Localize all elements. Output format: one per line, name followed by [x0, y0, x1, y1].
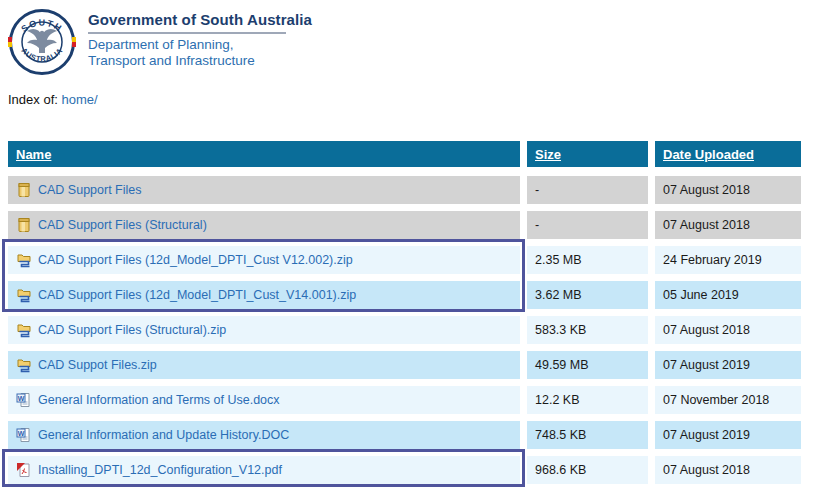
folder-icon: [16, 217, 32, 233]
file-link[interactable]: CAD Support Files (Structural).zip: [38, 323, 226, 337]
date-uploaded-cell: 07 August 2018: [655, 176, 801, 204]
column-header-size[interactable]: Size: [527, 141, 648, 167]
size-cell: 2.35 MB: [527, 246, 648, 274]
folder-link[interactable]: CAD Support Files: [38, 183, 142, 197]
date-uploaded-cell: 07 August 2018: [655, 316, 801, 344]
department-name: Department of Planning, Transport and In…: [88, 37, 255, 69]
table-row-name: WGeneral Information and Update History.…: [8, 421, 520, 449]
department-line2: Transport and Infrastructure: [88, 53, 255, 69]
size-cell: 583.3 KB: [527, 316, 648, 344]
file-link[interactable]: General Information and Terms of Use.doc…: [38, 393, 280, 407]
size-cell: 49.59 MB: [527, 351, 648, 379]
file-link[interactable]: General Information and Update History.D…: [38, 428, 289, 442]
zip-icon: [16, 252, 32, 268]
date-uploaded-cell: 07 August 2018: [655, 211, 801, 239]
table-row-name: CAD Suppot Files.zip: [8, 351, 520, 379]
breadcrumb-home-link[interactable]: home/: [62, 92, 98, 107]
page: SOUTH AUSTRALIA Government of South Aust…: [0, 0, 814, 495]
date-uploaded-cell: 07 August 2018: [655, 456, 801, 484]
table-row-name: CAD Support Files (Structural): [8, 211, 520, 239]
brand-divider: [88, 32, 286, 34]
zip-icon: [16, 357, 32, 373]
word-icon: W: [16, 427, 32, 443]
size-cell: 12.2 KB: [527, 386, 648, 414]
word-icon: W: [16, 392, 32, 408]
file-link[interactable]: CAD Suppot Files.zip: [38, 358, 157, 372]
date-uploaded-cell: 05 June 2019: [655, 281, 801, 309]
department-line1: Department of Planning,: [88, 37, 255, 53]
table-row-name: WGeneral Information and Terms of Use.do…: [8, 386, 520, 414]
pdf-icon: [16, 462, 32, 478]
column-header-name[interactable]: Name: [8, 141, 520, 167]
svg-text:W: W: [18, 430, 25, 437]
column-header-date-uploaded[interactable]: Date Uploaded: [655, 141, 801, 167]
size-cell: -: [527, 176, 648, 204]
table-row-name: CAD Support Files (12d_Model_DPTI_Cust_V…: [8, 281, 520, 309]
date-uploaded-cell: 07 August 2019: [655, 351, 801, 379]
file-link[interactable]: CAD Support Files (12d_Model_DPTI_Cust V…: [38, 253, 353, 267]
table-row-name: Installing_DPTI_12d_Configuration_V12.pd…: [8, 456, 520, 484]
sa-government-seal-logo: SOUTH AUSTRALIA: [8, 8, 76, 76]
file-link[interactable]: Installing_DPTI_12d_Configuration_V12.pd…: [38, 463, 282, 477]
size-cell: 748.5 KB: [527, 421, 648, 449]
date-uploaded-cell: 07 August 2019: [655, 421, 801, 449]
table-row-name: CAD Support Files: [8, 176, 520, 204]
zip-icon: [16, 322, 32, 338]
svg-text:W: W: [18, 395, 25, 402]
date-uploaded-cell: 24 February 2019: [655, 246, 801, 274]
size-cell: 3.62 MB: [527, 281, 648, 309]
table-row-name: CAD Support Files (12d_Model_DPTI_Cust V…: [8, 246, 520, 274]
table-row-name: CAD Support Files (Structural).zip: [8, 316, 520, 344]
breadcrumb: Index of: home/: [8, 92, 98, 107]
size-cell: 968.6 KB: [527, 456, 648, 484]
size-cell: -: [527, 211, 648, 239]
file-link[interactable]: CAD Support Files (12d_Model_DPTI_Cust_V…: [38, 288, 356, 302]
date-uploaded-cell: 07 November 2018: [655, 386, 801, 414]
file-listing-table: Name Size Date Uploaded CAD Support File…: [8, 141, 801, 484]
folder-icon: [16, 182, 32, 198]
breadcrumb-prefix: Index of:: [8, 92, 58, 107]
zip-icon: [16, 287, 32, 303]
folder-link[interactable]: CAD Support Files (Structural): [38, 218, 207, 232]
government-title: Government of South Australia: [88, 11, 312, 28]
